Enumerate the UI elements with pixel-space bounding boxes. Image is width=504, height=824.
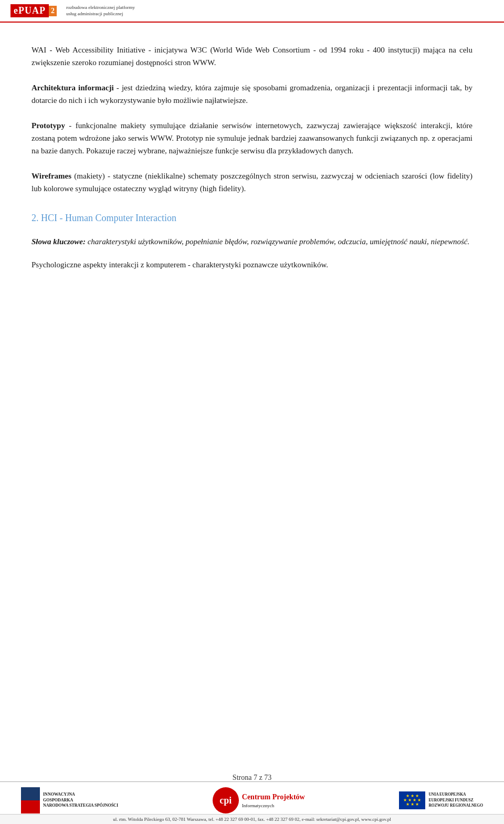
wireframes-rest: (makiety) - statyczne (nieklikalne) sche…	[32, 172, 472, 193]
architektura-term: Architektura informacji	[32, 84, 114, 92]
logo-area: ePUAP 2 rozbudowa elektronicznej platfor…	[10, 4, 135, 17]
prototypy-paragraph: Prototypy - funkcjonalne makiety symuluj…	[32, 119, 472, 157]
cpi-text: Centrum Projektów Informatycznych	[242, 792, 305, 809]
keywords-label: Słowa kluczowe:	[32, 237, 86, 246]
footer-logos: INNOWACYJNA GOSPODARKA NARODOWA STRATEGI…	[0, 781, 504, 813]
psychology-paragraph: Psychologiczne aspekty interakcji z komp…	[32, 258, 472, 271]
wireframes-paragraph: Wireframes (makiety) - statyczne (niekli…	[32, 170, 472, 195]
wai-paragraph: WAI - Web Accessibility Initiative - ini…	[32, 44, 472, 69]
logo-line1: rozbudowa elektronicznej platformy	[66, 5, 135, 11]
logo-line2: usług administracji publicznej	[66, 11, 135, 17]
eu-flag: ★ ★ ★★ ★ ★ ★★ ★ ★	[399, 791, 425, 809]
bottom-bar: ul. rtm. Witolda Pileckiego 63, 02-781 W…	[0, 814, 504, 824]
page-header: ePUAP 2 rozbudowa elektronicznej platfor…	[0, 0, 504, 23]
ig-text: INNOWACYJNA GOSPODARKA NARODOWA STRATEGI…	[43, 792, 118, 808]
epuap-logo: ePUAP 2	[10, 4, 57, 17]
prototypy-rest: - funkcjonalne makiety symulujące działa…	[32, 121, 472, 155]
psych-text: Psychologiczne aspekty interakcji z komp…	[32, 260, 328, 269]
eu-text: UNIA EUROPEJSKA EUROPEJSKI FUNDUSZ ROZWO…	[428, 792, 483, 809]
ig-flag	[21, 787, 40, 813]
wai-text: WAI - Web Accessibility Initiative - ini…	[32, 46, 472, 67]
ig-logo: INNOWACYJNA GOSPODARKA NARODOWA STRATEGI…	[21, 787, 118, 813]
page-number: Strona 7 z 73	[0, 774, 504, 782]
architektura-paragraph: Architektura informacji - jest dziedziną…	[32, 81, 472, 107]
eu-stars: ★ ★ ★★ ★ ★ ★★ ★ ★	[403, 794, 421, 807]
section2-heading: 2. HCI - Human Computer Interaction	[32, 211, 472, 226]
logo-tagline: rozbudowa elektronicznej platformy usług…	[66, 5, 135, 17]
keywords-text: charakterystyki użytkowników, popełniani…	[86, 237, 469, 246]
prototypy-term: Prototypy	[32, 121, 65, 130]
eu-logo: ★ ★ ★★ ★ ★ ★★ ★ ★ UNIA EUROPEJSKA EUROPE…	[399, 791, 483, 809]
keywords-paragraph: Słowa kluczowe: charakterystyki użytkown…	[32, 235, 472, 248]
cpi-circle: cpi	[213, 787, 239, 813]
ig-flag-bottom	[21, 800, 40, 813]
ig-flag-top	[21, 787, 40, 800]
cpi-logo: cpi Centrum Projektów Informatycznych	[213, 787, 305, 813]
main-content: WAI - Web Accessibility Initiative - ini…	[0, 23, 504, 347]
wireframes-term: Wireframes	[32, 172, 71, 180]
epuap-number: 2	[49, 6, 57, 16]
epuap-badge: ePUAP	[10, 4, 49, 17]
